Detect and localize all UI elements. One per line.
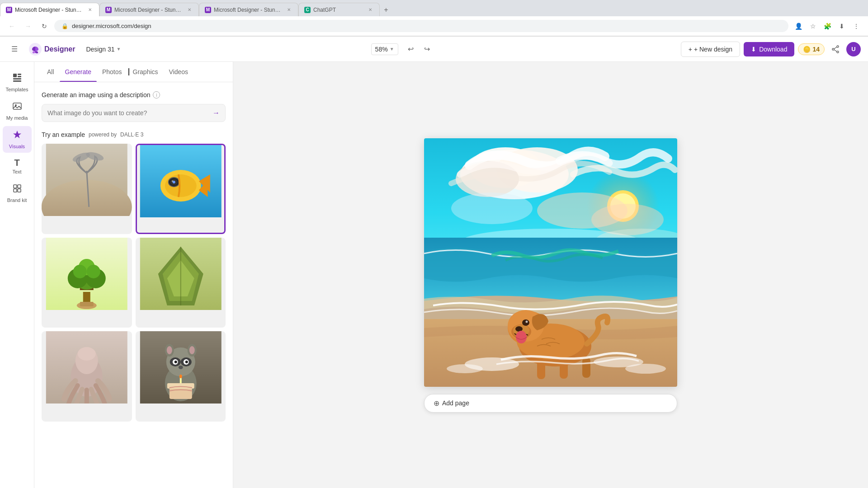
example-image-3[interactable] <box>42 238 132 328</box>
example-image-6[interactable] <box>136 331 226 422</box>
download-icon[interactable]: ⬇ <box>835 20 848 33</box>
browser-toolbar-icons: 👤 ☆ 🧩 ⬇ ⋮ <box>792 20 863 33</box>
sidebar-item-brand-kit[interactable]: Brand kit <box>3 180 32 206</box>
templates-icon <box>12 73 22 85</box>
profile-icon[interactable]: 👤 <box>792 20 805 33</box>
svg-point-27 <box>172 181 175 183</box>
svg-rect-6 <box>13 74 17 77</box>
try-example-section: Try an example powered by DALL·E 3 <box>42 131 226 138</box>
sidebar-text-label: Text <box>12 169 21 174</box>
add-page-button[interactable]: ⊕ Add page <box>424 394 677 413</box>
canvas-scene-svg <box>424 138 677 387</box>
svg-point-90 <box>526 320 528 323</box>
tab-4-title: ChatGPT <box>313 7 364 13</box>
tab-3-favicon: M <box>205 7 211 13</box>
new-design-plus-icon: + <box>689 46 692 53</box>
coins-badge: 🪙 14 <box>798 43 825 55</box>
settings-icon[interactable]: ⋮ <box>850 20 863 33</box>
sidebar-templates-label: Templates <box>5 87 28 92</box>
reload-button[interactable]: ↻ <box>38 20 51 33</box>
header-right: + + New design ⬇ Download 🪙 14 U <box>681 42 861 57</box>
profile-avatar[interactable]: U <box>846 42 861 56</box>
sidebar-my-media-label: My media <box>6 115 28 121</box>
sidebar-item-templates[interactable]: Templates <box>3 69 32 96</box>
download-button[interactable]: ⬇ Download <box>744 42 794 56</box>
svg-point-23 <box>165 174 196 197</box>
svg-rect-9 <box>13 78 21 80</box>
app-logo[interactable]: Designer <box>29 43 75 56</box>
svg-rect-93 <box>582 357 590 378</box>
add-page-plus-icon: ⊕ <box>434 399 439 408</box>
back-button[interactable]: ← <box>5 20 18 33</box>
tab-2[interactable]: M Microsoft Designer - Stunning... ✕ <box>99 3 199 16</box>
svg-point-1 <box>837 46 839 47</box>
text-icon: T <box>14 158 19 167</box>
image-search-input[interactable] <box>47 109 209 117</box>
bookmark-star-icon[interactable]: ☆ <box>807 20 819 33</box>
svg-line-5 <box>834 50 837 52</box>
new-design-label: + New design <box>694 46 732 53</box>
tab-graphics[interactable]: Graphics <box>127 62 164 82</box>
tab-4[interactable]: C ChatGPT ✕ <box>298 3 380 16</box>
tab-all[interactable]: All <box>42 62 60 82</box>
zoom-button[interactable]: 58% ▼ <box>371 43 398 55</box>
tab-photos[interactable]: Photos <box>97 62 127 82</box>
redo-button[interactable]: ↪ <box>420 42 434 56</box>
svg-point-2 <box>837 51 839 53</box>
image-search-box[interactable]: → <box>42 104 226 122</box>
undo-button[interactable]: ↩ <box>404 42 418 56</box>
design-name-button[interactable]: Design 31 ▼ <box>82 44 124 55</box>
svg-rect-14 <box>18 185 21 188</box>
example-image-grid <box>42 144 226 422</box>
zoom-value: 58% <box>375 46 388 53</box>
address-text: designer.microsoft.com/design <box>72 23 151 29</box>
example-image-5[interactable] <box>42 331 132 422</box>
svg-point-47 <box>78 347 96 361</box>
design-name-chevron-icon: ▼ <box>117 47 121 52</box>
extensions-icon[interactable]: 🧩 <box>821 20 834 33</box>
powered-by-text: powered by <box>89 131 117 138</box>
forward-button[interactable]: → <box>22 20 34 33</box>
browser-toolbar: ← → ↻ 🔒 designer.microsoft.com/design 👤 … <box>0 16 868 36</box>
header-center: 58% ▼ ↩ ↪ <box>132 42 673 56</box>
canvas-image[interactable] <box>424 138 677 387</box>
sidebar-item-my-media[interactable]: My media <box>3 98 32 124</box>
example-image-4[interactable] <box>136 238 226 328</box>
visuals-icon <box>12 130 22 142</box>
tab-1[interactable]: M Microsoft Designer - Stunning... ✕ <box>0 3 99 16</box>
tab-3[interactable]: M Microsoft Designer - Stunning... ✕ <box>199 3 298 16</box>
svg-point-61 <box>189 346 194 354</box>
svg-rect-7 <box>18 74 21 75</box>
tab-2-favicon: M <box>105 7 112 13</box>
generate-description-label: Generate an image using a description i <box>42 91 226 99</box>
address-bar[interactable]: 🔒 designer.microsoft.com/design <box>54 20 788 32</box>
logo-text: Designer <box>44 45 75 53</box>
hamburger-button[interactable]: ☰ <box>7 42 22 56</box>
search-submit-icon[interactable]: → <box>212 109 220 117</box>
sidebar-item-text[interactable]: T Text <box>3 155 32 178</box>
tab-4-favicon: C <box>304 7 311 13</box>
svg-point-56 <box>185 361 188 363</box>
share-button[interactable] <box>828 42 843 56</box>
tab-videos[interactable]: Videos <box>164 62 194 82</box>
info-icon[interactable]: i <box>153 91 160 99</box>
tab-generate[interactable]: Generate <box>60 62 97 82</box>
svg-point-89 <box>522 319 529 326</box>
tab-1-close[interactable]: ✕ <box>86 6 94 13</box>
example-image-1[interactable] <box>42 144 132 234</box>
example-image-2[interactable] <box>136 144 226 234</box>
designer-logo-icon <box>29 43 42 56</box>
app: ☰ Designer Design 31 ▼ 58% ▼ ↩ ↪ <box>0 37 868 488</box>
canvas-area: ⊕ Add page <box>233 62 868 488</box>
sidebar-item-visuals[interactable]: Visuals <box>3 126 32 153</box>
undo-redo-group: ↩ ↪ <box>404 42 434 56</box>
svg-point-57 <box>178 366 183 369</box>
svg-rect-38 <box>80 302 94 306</box>
canvas-container: ⊕ Add page <box>424 138 677 413</box>
new-tab-button[interactable]: + <box>380 4 392 16</box>
svg-rect-10 <box>13 80 21 82</box>
new-design-button[interactable]: + + New design <box>681 42 740 57</box>
tab-2-close[interactable]: ✕ <box>186 6 193 13</box>
tab-3-close[interactable]: ✕ <box>285 6 292 13</box>
tab-4-close[interactable]: ✕ <box>367 6 374 13</box>
